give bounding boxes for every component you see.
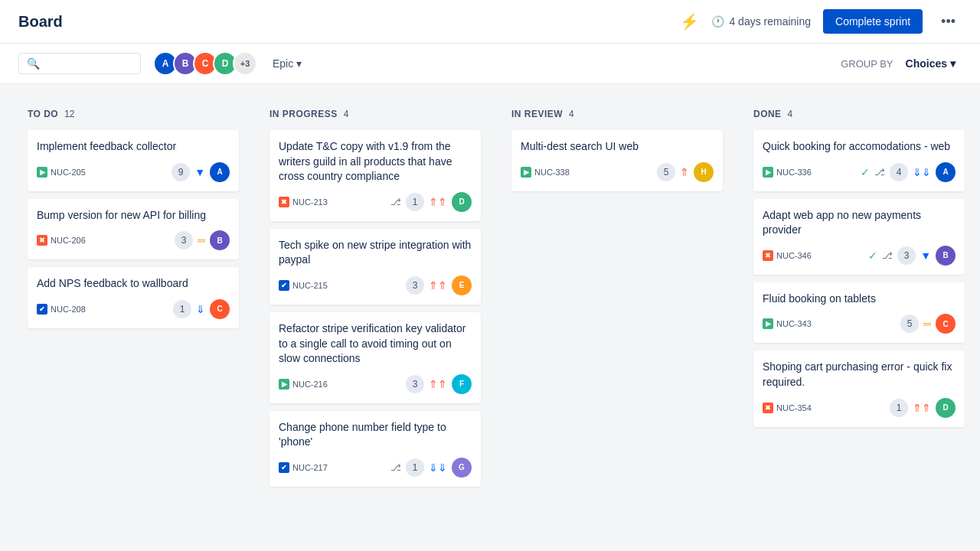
story-icon: ▶ (763, 318, 773, 329)
issue-tag: ▶ NUC-205 (37, 167, 86, 178)
complete-sprint-button[interactable]: Complete sprint (823, 9, 923, 34)
issue-tag: ✔ NUC-208 (37, 304, 86, 315)
card[interactable]: Shoping cart purchasing error - quick fi… (753, 350, 965, 426)
column-title: DONE (753, 109, 782, 119)
issue-id: NUC-338 (534, 168, 570, 177)
issue-id: NUC-343 (776, 319, 812, 328)
column-header-in-progress: IN PROGRESS 4 (270, 109, 481, 122)
card-meta: ✔ NUC-208 1 ⇓ C (37, 299, 230, 319)
issue-id: NUC-346 (776, 251, 812, 260)
issue-tag: ▶ NUC-343 (763, 318, 812, 329)
bug-icon: ✖ (763, 403, 773, 413)
column-count: 4 (569, 109, 574, 119)
search-box[interactable]: 🔍 (18, 53, 141, 74)
card-meta: ✔ NUC-217 ⎇ 1 ⇓⇓ G (279, 458, 472, 478)
column-header-done: DONE 4 (753, 109, 965, 122)
count-badge: 3 (406, 375, 424, 393)
assignee-avatar: F (452, 374, 472, 394)
column-in-progress: IN PROGRESS 4 Update T&C copy with v1.9 … (260, 99, 490, 497)
card-title: Update T&C copy with v1.9 from the write… (279, 139, 472, 184)
card[interactable]: Add NPS feedback to wallboard ✔ NUC-208 … (28, 267, 239, 328)
priority-icon: ⇓⇓ (429, 461, 447, 474)
issue-tag: ✖ NUC-354 (763, 403, 812, 413)
issue-id: NUC-206 (51, 236, 86, 245)
column-title: TO DO (28, 109, 58, 119)
priority-icon: ═ (923, 318, 931, 330)
count-badge: 3 (175, 231, 193, 249)
sprint-icon: ⚡ (680, 12, 699, 31)
branch-count: 1 (406, 458, 424, 477)
assignee-avatar: D (936, 398, 956, 418)
column-header-in-review: IN REVIEW 4 (511, 109, 723, 122)
issue-id: NUC-208 (51, 305, 86, 314)
count-badge: 5 (657, 163, 675, 181)
card-title: Adapt web app no new payments provider (763, 208, 956, 238)
card-meta: ✖ NUC-206 3 ═ B (37, 230, 230, 250)
group-by-section: GROUP BY Choices ▾ (841, 54, 962, 73)
card[interactable]: Quick booking for accomodations - web ▶ … (753, 130, 965, 191)
assignee-avatar: B (936, 246, 956, 266)
check-icon: ✓ (861, 166, 870, 178)
priority-icon: ⇓ (196, 303, 205, 315)
branch-count: 1 (406, 193, 424, 211)
card[interactable]: Multi-dest search UI web ▶ NUC-338 5 ⇑ H (511, 130, 723, 191)
assignee-avatar: D (452, 192, 472, 212)
issue-tag: ✖ NUC-206 (37, 235, 86, 246)
column-title: IN REVIEW (511, 109, 563, 119)
priority-icon: ⇑⇑ (429, 196, 447, 208)
choices-button[interactable]: Choices ▾ (900, 54, 962, 73)
card-title: Fluid booking on tablets (763, 292, 956, 307)
column-title: IN PROGRESS (270, 109, 338, 119)
card-title: Tech spike on new stripe integration wit… (279, 238, 472, 268)
count-badge: 1 (890, 399, 908, 417)
assignee-avatar: C (210, 299, 230, 319)
priority-icon: ⇑⇑ (429, 378, 447, 390)
assignee-avatar: H (694, 162, 714, 182)
card[interactable]: Change phone number field type to 'phone… (270, 411, 481, 487)
card-meta: ✔ NUC-215 3 ⇑⇑ E (279, 276, 472, 295)
issue-id: NUC-354 (776, 403, 812, 412)
epic-filter-button[interactable]: Epic ▾ (266, 54, 308, 73)
card-meta: ▶ NUC-336 ✓ ⎇ 4 ⇓⇓ A (763, 162, 956, 182)
card[interactable]: Fluid booking on tablets ▶ NUC-343 5 ═ C (753, 282, 965, 344)
chevron-down-icon: ▾ (950, 57, 956, 70)
more-options-button[interactable]: ••• (935, 11, 962, 33)
assignee-avatar: A (936, 162, 956, 182)
story-icon: ▶ (763, 167, 773, 178)
priority-icon: ▼ (194, 166, 205, 178)
card[interactable]: Update T&C copy with v1.9 from the write… (270, 130, 481, 221)
card-meta: ▶ NUC-343 5 ═ C (763, 314, 956, 334)
bug-icon: ✖ (279, 197, 289, 207)
epic-label: Epic (273, 57, 293, 70)
column-done: DONE 4 Quick booking for accomodations -… (744, 99, 974, 497)
pr-count: 4 (890, 163, 908, 181)
card-title: Shoping cart purchasing error - quick fi… (763, 360, 956, 390)
pr-icon: ⎇ (874, 167, 885, 178)
choices-label: Choices (906, 57, 947, 70)
search-input[interactable] (44, 58, 132, 70)
card-meta: ▶ NUC-205 9 ▼ A (37, 162, 230, 182)
card[interactable]: Implement feedback collector ▶ NUC-205 9… (28, 130, 239, 191)
avatar-more[interactable]: +3 (233, 51, 257, 76)
group-by-label: GROUP BY (841, 58, 893, 70)
priority-icon: ⇑⇑ (429, 279, 447, 292)
assignee-avatar: B (210, 230, 230, 250)
count-badge: 1 (173, 300, 191, 318)
priority-icon: ═ (198, 234, 205, 246)
bug-icon: ✖ (763, 250, 773, 261)
card[interactable]: Refactor stripe verification key validat… (270, 312, 481, 403)
issue-id: NUC-213 (292, 197, 328, 207)
issue-id: NUC-216 (292, 380, 328, 389)
board: TO DO 12 Implement feedback collector ▶ … (0, 84, 980, 513)
card[interactable]: Adapt web app no new payments provider ✖… (753, 199, 965, 275)
card[interactable]: Tech spike on new stripe integration wit… (270, 229, 481, 305)
avatar-group: A B C D +3 (153, 51, 257, 76)
card-title: Quick booking for accomodations - web (763, 139, 956, 155)
search-icon: 🔍 (27, 57, 40, 70)
days-remaining: 🕐 4 days remaining (711, 15, 811, 28)
column-count: 12 (64, 109, 74, 119)
count-badge: 3 (406, 276, 424, 295)
priority-icon: ▼ (920, 249, 931, 262)
card[interactable]: Bump version for new API for billing ✖ N… (28, 199, 239, 260)
task-icon: ✔ (37, 304, 47, 315)
